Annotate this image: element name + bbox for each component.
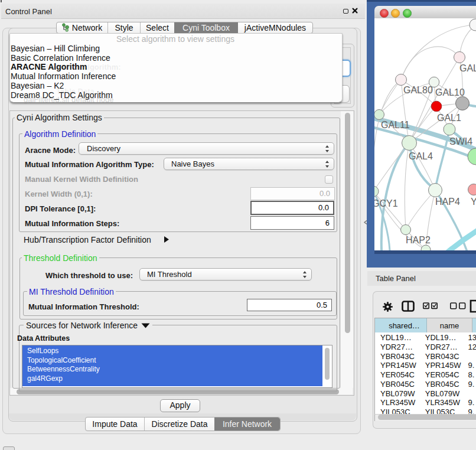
svg-text:Y: Y xyxy=(471,197,476,207)
svg-text:GAL80: GAL80 xyxy=(403,85,433,95)
svg-text:GCY1: GCY1 xyxy=(374,198,398,208)
svg-text:HAP2: HAP2 xyxy=(406,235,431,245)
svg-text:HAP4: HAP4 xyxy=(435,197,460,207)
svg-text:GAL11: GAL11 xyxy=(381,120,410,130)
svg-text:GAL4: GAL4 xyxy=(409,151,433,161)
svg-text:GAL2: GAL2 xyxy=(459,63,476,73)
svg-text:GAL1: GAL1 xyxy=(437,113,461,123)
svg-text:GAL10: GAL10 xyxy=(435,87,465,97)
svg-text:SWI4: SWI4 xyxy=(449,136,472,146)
